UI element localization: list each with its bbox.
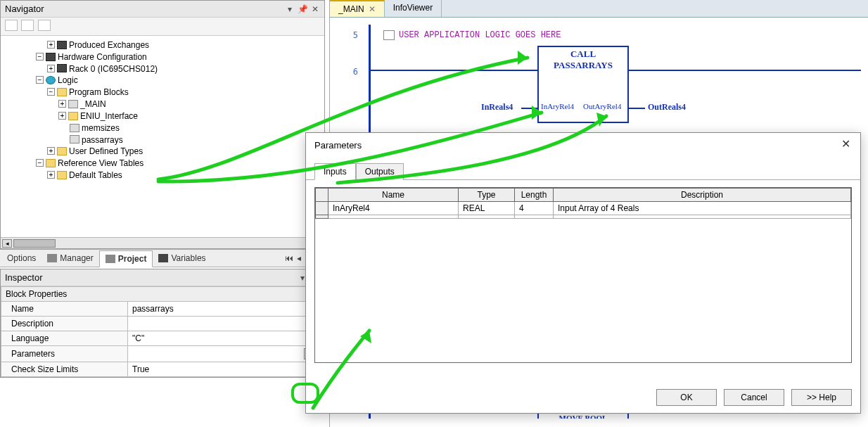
inspector-header: Block Properties [1,287,324,302]
dialog-title: Parameters [314,140,839,151]
rung-comment: USER APPLICATION LOGIC GOES HERE [399,30,561,40]
pin-icon[interactable]: 📌 [298,4,307,14]
ok-button[interactable]: OK [656,389,717,406]
tab-options[interactable]: Options [1,250,42,266]
cell-length[interactable]: 4 [515,202,554,215]
toolbar-btn-2[interactable] [21,20,34,31]
expand-icon[interactable]: + [47,147,55,155]
expand-icon[interactable]: + [47,65,55,72]
pin-out: OutAryRel4 [583,102,621,110]
collapse-icon[interactable]: − [36,159,44,167]
prop-row-description[interactable]: Description [1,317,324,331]
hardware-icon [46,53,56,61]
tree-rack0[interactable]: Rack 0 (IC695CHS012) [69,63,158,73]
exchange-icon [57,41,67,49]
grid-row[interactable]: InAryRel4 REAL 4 Input Array of 4 Reals [316,202,851,215]
tab-project[interactable]: Project [99,250,153,267]
prop-row-name[interactable]: Namepassarrays [1,302,324,317]
folder-icon [57,147,67,155]
navigator-tabrow: Options Manager Project Variables ⏮ ◂ ▸ … [0,249,325,267]
close-icon[interactable]: ✕ [310,4,320,14]
inspector-panel: Inspector ▾ 📌 Block Properties Namepassa… [0,269,325,378]
block-icon [70,124,79,132]
navigator-titlebar: Navigator ▾ 📌 ✕ [1,1,324,18]
rung-number-5: 5 [337,30,358,40]
call-name: PASSARRAYS [539,58,627,72]
dropdown-icon[interactable]: ▾ [285,4,295,14]
prop-row-check-size-limits[interactable]: Check Size LimitsTrue [1,362,324,377]
scroll-thumb[interactable] [13,239,56,248]
tree-ref-tables[interactable]: Reference View Tables [58,158,143,168]
folder-icon [68,112,78,120]
tab-infoviewer[interactable]: InfoViewer [385,0,442,17]
prop-row-parameters[interactable]: Parameters••• [1,346,324,362]
inspector-titlebar: Inspector ▾ 📌 [1,269,324,286]
pin-in: InAryRel4 [541,102,574,110]
dialog-tabs: Inputs Outputs [306,162,860,180]
dialog-close-button[interactable]: ✕ [839,139,852,151]
toolbar-btn-1[interactable] [5,20,18,31]
grid-corner [316,189,328,202]
col-description[interactable]: Description [554,189,851,202]
tree-udt[interactable]: User Defined Types [69,146,143,156]
cancel-button[interactable]: Cancel [724,389,784,406]
grid-row-empty[interactable] [316,215,851,219]
expand-icon[interactable]: + [47,171,55,179]
move-bool-label: MOVE BOOL [539,413,627,419]
expand-icon[interactable]: + [58,100,66,108]
call-block[interactable]: CALL PASSARRAYS [537,46,629,123]
pin-ext-in[interactable]: InReals4 [481,102,513,113]
folder-icon [57,171,67,179]
block-icon [68,100,78,108]
tab-variables[interactable]: Variables [153,250,211,266]
logic-icon [46,76,56,84]
navigator-hscroll[interactable]: ◂ ▸ [1,237,324,248]
document-tabs: _MAIN✕ InfoViewer [330,0,868,18]
tree-hardware-config[interactable]: Hardware Configuration [58,52,147,62]
tree-program-blocks[interactable]: Program Blocks [69,87,129,97]
folder-icon [57,88,67,96]
row-header[interactable] [316,202,328,215]
expand-icon[interactable]: + [58,112,66,120]
tab-outputs[interactable]: Outputs [356,163,404,180]
close-tab-icon[interactable]: ✕ [369,4,376,14]
pin-wire-in [521,108,537,109]
col-name[interactable]: Name [328,189,459,202]
tab-manager[interactable]: Manager [42,250,98,266]
col-length[interactable]: Length [515,189,554,202]
tab-nav-prev[interactable]: ◂ [294,253,304,263]
tab-main[interactable]: _MAIN✕ [330,0,385,17]
help-button[interactable]: >> Help [791,389,852,406]
comment-icon[interactable] [383,30,395,40]
col-type[interactable]: Type [459,189,515,202]
tree-passarrays[interactable]: passarrays [82,134,123,144]
cell-description[interactable]: Input Array of 4 Reals [554,202,851,215]
cell-name[interactable]: InAryRel4 [328,202,459,215]
tree-main[interactable]: _MAIN [80,99,106,109]
prop-row-language[interactable]: Language"C" [1,331,324,346]
dialog-titlebar[interactable]: Parameters ✕ [306,133,860,157]
tree-produced-exchanges[interactable]: Produced Exchanges [69,40,149,50]
toolbar-btn-3[interactable] [38,20,51,31]
collapse-icon[interactable]: − [36,76,44,84]
parameters-grid[interactable]: Name Type Length Description InAryRel4 R… [314,187,852,363]
collapse-icon[interactable]: − [47,88,55,96]
expand-icon[interactable]: + [47,41,55,49]
collapse-icon[interactable]: − [36,53,44,60]
navigator-tree[interactable]: +Produced Exchanges −Hardware Configurat… [1,36,324,237]
tab-nav-first[interactable]: ⏮ [284,253,294,263]
fx-icon [158,254,168,262]
navigator-panel: Navigator ▾ 📌 ✕ +Produced Exchanges −Har… [0,0,325,249]
tree-eniu[interactable]: ENIU_Interface [80,111,138,121]
tree-default-tables[interactable]: Default Tables [69,170,122,180]
pin-ext-out[interactable]: OutReals4 [648,102,686,113]
project-icon [106,255,115,263]
navigator-title: Navigator [5,4,282,14]
tree-logic[interactable]: Logic [58,75,78,85]
scroll-left-icon[interactable]: ◂ [2,239,12,248]
rung-wire [369,70,537,71]
tab-inputs[interactable]: Inputs [314,163,356,180]
tree-memsizes[interactable]: memsizes [82,123,120,133]
parameters-dialog: Parameters ✕ Inputs Outputs Name Type Le… [305,132,861,414]
cell-type[interactable]: REAL [459,202,515,215]
